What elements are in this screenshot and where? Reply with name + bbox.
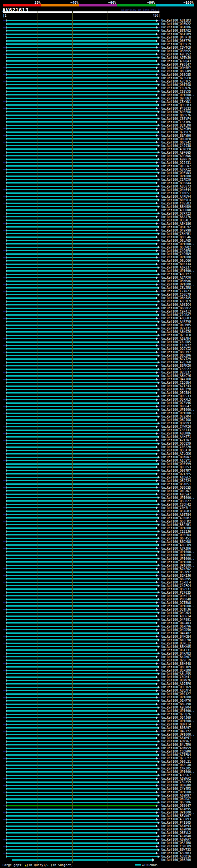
hit-bar[interactable] xyxy=(6,734,158,735)
alignment-row[interactable]: UniRef100_Q6FLX0 xyxy=(0,763,197,767)
alignment-row[interactable]: UniRef100_Q6DV76 xyxy=(0,114,197,117)
alignment-row[interactable]: UniRef100_A4R7V9 xyxy=(0,320,197,323)
hit-label[interactable]: UniRef100_Q9FUN3 xyxy=(161,97,191,100)
alignment-row[interactable]: UniRef100_A9RQA3 xyxy=(0,59,197,63)
hit-bar[interactable] xyxy=(6,626,158,627)
hit-bar[interactable] xyxy=(6,680,158,681)
alignment-row[interactable]: UniRef100_Q6XHV6 xyxy=(0,625,197,628)
alignment-row[interactable]: UniRef100_C1MH51 xyxy=(0,191,197,195)
hit-bar[interactable] xyxy=(6,135,156,136)
hit-bar[interactable] xyxy=(6,443,158,444)
hit-bar[interactable] xyxy=(6,487,156,488)
hit-bar[interactable] xyxy=(6,524,158,525)
hit-label[interactable]: UniRef100_A8UG14 xyxy=(161,615,191,618)
hit-bar[interactable] xyxy=(6,20,156,21)
hit-label[interactable]: UniRef100_Q09127 xyxy=(161,692,191,695)
hit-label[interactable]: UniRef100_P93847 xyxy=(161,63,191,66)
alignment-row[interactable]: UniRef100_Q9FUN3 xyxy=(0,97,197,100)
hit-label[interactable]: UniRef100_A7RJH6 xyxy=(161,547,191,550)
hit-bar[interactable] xyxy=(6,829,158,830)
hit-label[interactable]: UniRef100_Q75CY7 xyxy=(161,756,191,760)
hit-bar[interactable] xyxy=(6,606,158,607)
hit-label[interactable]: UniRef100_UPI000.. xyxy=(161,269,195,273)
hit-label[interactable]: UniRef100_Q4Y7H8 xyxy=(161,377,191,381)
alignment-row[interactable]: UniRef100_Q801H9 xyxy=(0,665,197,669)
hit-label[interactable]: UniRef100_Q08200 xyxy=(161,858,191,862)
hit-label[interactable]: UniRef100_Q6LAG5 xyxy=(161,239,191,242)
hit-label[interactable]: UniRef100_C6SVX5 xyxy=(161,90,191,93)
hit-label[interactable]: UniRef100_B0Z9L4 xyxy=(161,198,191,202)
hit-label[interactable]: UniRef100_A6SAH4 xyxy=(161,337,191,340)
alignment-row[interactable]: UniRef100_B6KKD9 xyxy=(0,205,197,209)
hit-bar[interactable] xyxy=(6,761,158,763)
hit-bar[interactable] xyxy=(6,209,156,211)
hit-label[interactable]: UniRef100_Q5CWQ2 xyxy=(161,246,191,249)
hit-bar[interactable] xyxy=(6,497,158,498)
hit-label[interactable]: UniRef100_Q56FK2 xyxy=(161,520,191,523)
hit-bar[interactable] xyxy=(6,280,158,282)
hit-bar[interactable] xyxy=(6,598,158,600)
alignment-row[interactable]: UniRef100_B9F8A4 xyxy=(0,181,197,185)
alignment-row[interactable]: UniRef100_Q5CWQ2 xyxy=(0,246,197,249)
hit-label[interactable]: UniRef100_UPI000.. xyxy=(161,733,195,736)
hit-label[interactable]: UniRef100_Q3SC85 xyxy=(161,73,191,76)
alignment-row[interactable]: UniRef100_B4LTR0 xyxy=(0,743,197,746)
hit-label[interactable]: UniRef100_B7NZQ2 xyxy=(161,567,191,570)
hit-bar[interactable] xyxy=(6,521,156,522)
alignment-row[interactable]: UniRef100_C5PHF4 xyxy=(0,581,197,584)
alignment-row[interactable]: UniRef100_B0EA97 xyxy=(0,726,197,730)
hit-bar[interactable] xyxy=(6,480,156,481)
alignment-row[interactable]: UniRef100_Q29CT9 xyxy=(0,659,197,662)
hit-label[interactable]: UniRef100_A5DD16 xyxy=(161,855,191,858)
hit-label[interactable]: UniRef100_A4HS71 xyxy=(161,435,191,438)
hit-label[interactable]: UniRef100_B2VT29 xyxy=(161,357,191,361)
hit-bar[interactable] xyxy=(6,649,156,651)
alignment-row[interactable]: UniRef100_P27635 xyxy=(0,591,197,594)
alignment-row[interactable]: UniRef100_C4J938 xyxy=(0,144,197,148)
hit-label[interactable]: UniRef100_A5K186 xyxy=(161,222,191,225)
alignment-row[interactable]: UniRef100_Q6CRX7 xyxy=(0,797,197,801)
hit-label[interactable]: UniRef100_A9LN04 xyxy=(161,706,191,709)
hit-bar[interactable] xyxy=(6,365,156,366)
alignment-row[interactable]: UniRef100_A1CSY1 xyxy=(0,459,197,462)
hit-label[interactable]: UniRef100_Q4GXK7 xyxy=(161,489,191,493)
hit-bar[interactable] xyxy=(6,186,158,187)
hit-label[interactable]: UniRef100_B4JHQ7 xyxy=(161,655,191,659)
alignment-row[interactable]: UniRef100_Q4PMB5 xyxy=(0,323,197,327)
hit-label[interactable]: UniRef100_Q5UBZ7 xyxy=(161,499,191,503)
hit-label[interactable]: UniRef100_B9F8A4 xyxy=(161,181,191,185)
hit-label[interactable]: UniRef100_A1CSY1 xyxy=(161,459,191,462)
alignment-row[interactable]: UniRef100_Q9N9V3 xyxy=(0,422,197,425)
alignment-row[interactable]: UniRef100_Q4DD50 xyxy=(0,628,197,631)
hit-bar[interactable] xyxy=(6,636,156,637)
hit-label[interactable]: UniRef100_B5X6D3 xyxy=(161,509,191,513)
hit-label[interactable]: UniRef100_Q6C986 xyxy=(161,801,191,804)
hit-bar[interactable] xyxy=(6,284,156,285)
alignment-row[interactable]: UniRef100_C5FP27 xyxy=(0,367,197,371)
alignment-row[interactable]: UniRef100_A2XGB9 xyxy=(0,127,197,130)
alignment-row[interactable]: UniRef100_C4R305 xyxy=(0,767,197,770)
hit-label[interactable]: UniRef100_A6YMA7 xyxy=(161,838,191,841)
hit-bar[interactable] xyxy=(6,568,156,569)
hit-bar[interactable] xyxy=(6,517,158,519)
alignment-row[interactable]: UniRef100_Q9FVN3 xyxy=(0,171,197,175)
hit-label[interactable]: UniRef100_Q9FVN3 xyxy=(161,171,191,175)
hit-bar[interactable] xyxy=(6,352,156,353)
hit-label[interactable]: UniRef100_UPI000.. xyxy=(161,695,195,699)
hit-bar[interactable] xyxy=(6,172,158,173)
alignment-row[interactable]: UniRef100_B3LAL7 xyxy=(0,219,197,222)
hit-bar[interactable] xyxy=(6,138,158,140)
hit-label[interactable]: UniRef100_B8P2B1 xyxy=(161,523,191,527)
hit-label[interactable]: UniRef100_A9UDR8 xyxy=(161,209,191,212)
hit-bar[interactable] xyxy=(6,629,156,630)
hit-bar[interactable] xyxy=(6,233,158,234)
hit-bar[interactable] xyxy=(6,104,158,105)
hit-bar[interactable] xyxy=(6,592,158,593)
hit-label[interactable]: UniRef100_C5DNR0 xyxy=(161,750,191,753)
hit-label[interactable]: UniRef100_Q4YP98 xyxy=(161,229,191,232)
hit-bar[interactable] xyxy=(6,118,158,119)
hit-bar[interactable] xyxy=(6,717,156,718)
hit-bar[interactable] xyxy=(6,470,158,471)
hit-label[interactable]: UniRef100_B4QLV8 xyxy=(161,638,191,642)
hit-label[interactable]: UniRef100_B4KAU3 xyxy=(161,652,191,655)
